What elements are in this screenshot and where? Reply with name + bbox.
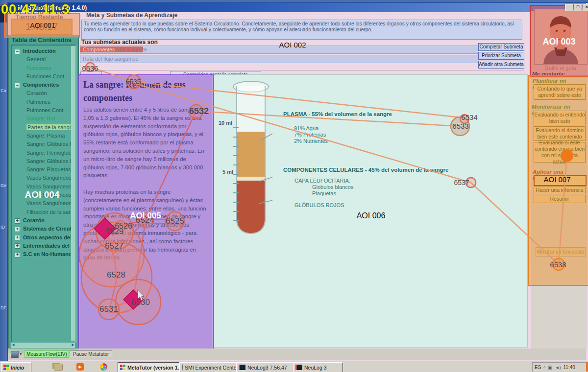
scale-5ml: 5 ml — [222, 169, 233, 175]
background-window-text: Ca — [0, 88, 6, 93]
aoi-004-region — [8, 35, 78, 353]
submeta2-label: Ruta del flujo sanguíneo — [83, 56, 138, 62]
chrome-icon-center — [102, 366, 106, 370]
background-window-text: ID — [0, 225, 5, 230]
submeta-row-1[interactable]: Componentes de la Sangre — [80, 46, 478, 54]
taskbar-window-icon — [239, 365, 245, 370]
submetas-label: Tus submetas actuales son — [81, 39, 158, 46]
content-paragraph-1: Los adultos tienen entre 4 y 5 litros de… — [83, 106, 207, 180]
diagram-label: Plaquetas — [312, 190, 353, 197]
system-tray: ES ^ ▣ ◄) 11:40 — [532, 362, 588, 372]
taskbar-window-button[interactable]: SMI Experiment Center 3... — [179, 362, 237, 372]
plasma-heading: PLASMA - 55% del volumen de la sangre — [283, 111, 392, 117]
aoi-003-region — [530, 5, 588, 77]
priorizar-submeta-button[interactable]: Priorizar Submeta — [478, 52, 524, 60]
content-paragraph-2: Hay muchas proteínas en la sangre (concr… — [83, 188, 207, 262]
taskbar: Inicio ▶ MetaTutor (version 1...SMI Expe… — [0, 361, 588, 372]
media-player-icon[interactable]: ▶ — [76, 363, 84, 371]
taskbar-window-button[interactable]: NeuLog 3 — [293, 362, 343, 372]
globulos-rojos-label: GLÓBULOS ROJOS — [294, 202, 344, 208]
windows-logo-icon — [3, 365, 9, 370]
goal-description: Tu meta es aprender todo lo que puedas s… — [81, 20, 522, 40]
background-window-text: DF — [0, 305, 6, 310]
scale-10ml: 10 ml — [219, 120, 232, 126]
taskbar-window-icon — [295, 365, 302, 370]
session-timer-overlay: 00:47:11:3 — [1, 2, 70, 17]
volume-icon[interactable]: ◄) — [555, 365, 561, 370]
goal-title: Meta y Submetas de Aprendizaje — [84, 12, 179, 19]
anadir-submeta-button[interactable]: Añadir otra Submeta — [478, 61, 524, 69]
language-indicator[interactable]: ES — [535, 365, 541, 370]
statusbar-dropdown-icon[interactable]: ▾ — [20, 351, 22, 356]
titlebar[interactable]: MetaTutor (version 1.4.0) — [8, 3, 586, 12]
taskbar-window-button[interactable]: MetaTutor (version 1... — [118, 362, 180, 372]
pause-metatutor-tab[interactable]: Pause Metatutor — [70, 350, 112, 357]
test-tube-image — [225, 78, 274, 240]
submeta-row-2[interactable]: Ruta del flujo sanguíneo — [80, 55, 478, 63]
taskbar-window-icon — [120, 365, 125, 370]
cellular-heading: COMPONENTES CELULARES - 45% del volumen … — [283, 167, 448, 173]
clock: 11:40 — [563, 365, 575, 370]
background-window-text: Ge — [0, 183, 6, 188]
tray-edge-fragment — [586, 362, 588, 372]
diagram-label: 2% Nutrientes — [294, 138, 328, 144]
start-button[interactable]: Inicio — [1, 362, 31, 372]
diagram-label: Globulos blancos — [312, 184, 353, 190]
statusbar-app-icon[interactable] — [11, 351, 19, 358]
taskbar-window-label: NeuLog 3 — [304, 365, 327, 371]
capa-heading: CAPA LEUFOCITARIA: — [294, 178, 350, 184]
diagram-label: 7% Proteinas — [294, 132, 328, 138]
screen: CaGeIDDF MetaTutor (version 1.4.0) _ □ ×… — [0, 0, 588, 372]
start-label: Inicio — [11, 365, 24, 371]
taskbar-window-label: NeuLog3 7.56.47 — [247, 365, 287, 371]
tray-expand-icon[interactable]: ^ — [543, 365, 545, 370]
measureflow-label[interactable]: MeasureFlow(EIV) — [24, 350, 69, 358]
folder-icon[interactable] — [54, 364, 63, 371]
close-button[interactable]: × — [583, 4, 588, 11]
taskbar-window-label: SMI Experiment Center 3... — [185, 365, 237, 371]
minimize-button[interactable]: _ — [565, 4, 573, 11]
capa-items: Globulos blancosPlaquetas — [312, 184, 353, 197]
taskbar-window-icon — [182, 364, 183, 371]
content-title: La sangre: Resumen de sus componentes — [83, 78, 207, 105]
aoi-007-region — [528, 75, 588, 286]
maximize-button[interactable]: □ — [574, 4, 582, 11]
submeta1-rest: de la Sangre — [116, 46, 147, 52]
taskbar-window-label: MetaTutor (version 1... — [127, 365, 180, 371]
plasma-items: 91% Agua7% Proteinas2% Nutrientes — [294, 125, 328, 144]
network-icon[interactable]: ▣ — [548, 365, 552, 370]
taskbar-window-button[interactable]: NeuLog3 7.56.47 — [236, 362, 294, 372]
diagram-label: 91% Agua — [294, 125, 328, 132]
completar-submeta-button[interactable]: Completar Submeta — [478, 43, 524, 51]
